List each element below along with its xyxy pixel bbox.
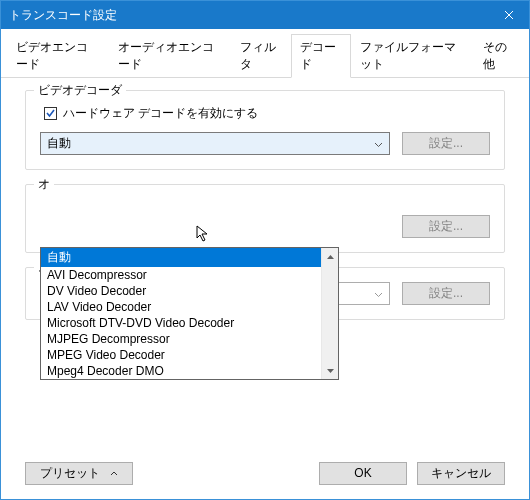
audio-decoder-settings-button[interactable]: 設定... [402,215,490,238]
checkmark-icon [45,108,56,119]
video-decoder-dropdown: 自動 AVI Decompressor DV Video Decoder LAV… [40,247,339,380]
content-area: ビデオデコーダ ハードウェア デコードを有効にする 自動 設定... オ [1,78,529,452]
scroll-down-icon[interactable] [322,362,338,379]
preset-label: プリセット [40,465,100,482]
hw-decode-row[interactable]: ハードウェア デコードを有効にする [44,105,490,122]
dropdown-scrollbar[interactable] [321,248,338,379]
preset-button[interactable]: プリセット [25,462,133,485]
close-icon [504,10,514,20]
tab-decode[interactable]: デコード [291,34,351,78]
footer: プリセット OK キャンセル [1,452,529,499]
video-decoder-value: 自動 [47,135,71,152]
dropdown-option[interactable]: Mpeg4 Decoder DMO [41,363,338,379]
splitter-settings-button[interactable]: 設定... [402,282,490,305]
scroll-track[interactable] [322,265,338,362]
tab-bar: ビデオエンコード オーディオエンコード フィルタ デコード ファイルフォーマット… [1,29,529,78]
video-decoder-settings-button[interactable]: 設定... [402,132,490,155]
cancel-button[interactable]: キャンセル [417,462,505,485]
video-decoder-label: ビデオデコーダ [34,82,126,99]
chevron-down-icon [374,287,383,301]
hw-decode-checkbox[interactable] [44,107,57,120]
tab-other[interactable]: その他 [474,34,523,78]
chevron-up-icon [110,471,118,476]
ok-button[interactable]: OK [319,462,407,485]
dropdown-option[interactable]: 自動 [41,248,338,267]
tab-filter[interactable]: フィルタ [231,34,291,78]
tab-file-format[interactable]: ファイルフォーマット [351,34,474,78]
hw-decode-label: ハードウェア デコードを有効にする [63,105,258,122]
audio-decoder-label: オ [34,176,54,193]
close-button[interactable] [489,1,529,29]
chevron-down-icon [374,137,383,151]
dropdown-option[interactable]: MPEG Video Decoder [41,347,338,363]
tab-video-encode[interactable]: ビデオエンコード [7,34,109,78]
window-title: トランスコード設定 [9,7,489,24]
scroll-up-icon[interactable] [322,248,338,265]
tab-audio-encode[interactable]: オーディオエンコード [109,34,232,78]
dropdown-option[interactable]: DV Video Decoder [41,283,338,299]
titlebar: トランスコード設定 [1,1,529,29]
dropdown-option[interactable]: AVI Decompressor [41,267,338,283]
settings-window: トランスコード設定 ビデオエンコード オーディオエンコード フィルタ デコード … [0,0,530,500]
video-decoder-select[interactable]: 自動 [40,132,390,155]
video-decoder-group: ビデオデコーダ ハードウェア デコードを有効にする 自動 設定... [25,90,505,170]
audio-decoder-group: オ 設定... [25,184,505,253]
dropdown-option[interactable]: LAV Video Decoder [41,299,338,315]
dropdown-option[interactable]: Microsoft DTV-DVD Video Decoder [41,315,338,331]
dropdown-option[interactable]: MJPEG Decompressor [41,331,338,347]
